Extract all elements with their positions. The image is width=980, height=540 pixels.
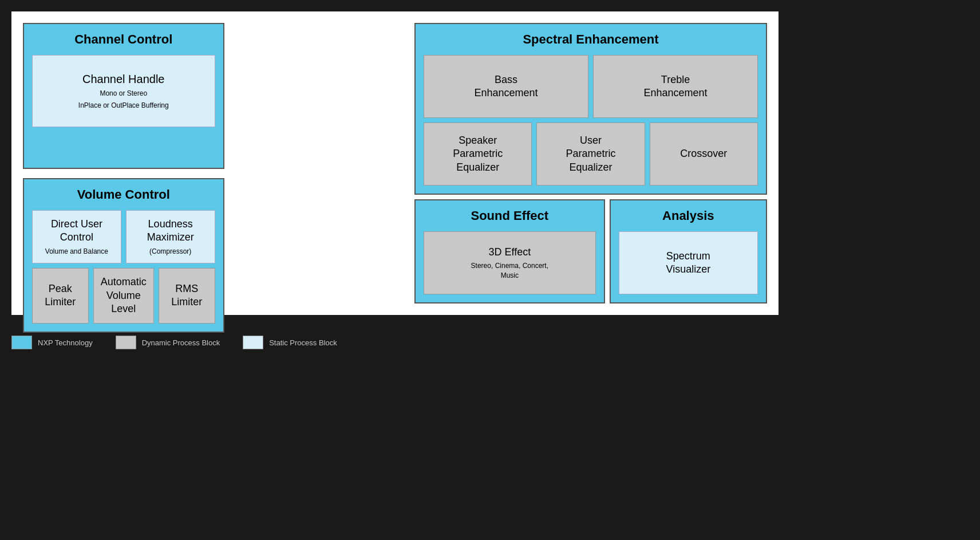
legend-nxp-swatch — [11, 336, 32, 349]
legend-static-swatch — [243, 336, 263, 349]
spectrum-visualizer-text: Spectrum Visualizer — [666, 250, 710, 277]
user-parametric-equalizer-block: User Parametric Equalizer — [536, 123, 645, 186]
three-d-effect-main: 3D Effect — [488, 246, 531, 259]
channel-control-section: Channel Control Channel Handle Mono or S… — [23, 23, 224, 169]
channel-control-title: Channel Control — [32, 32, 215, 47]
automatic-volume-level-block: Automatic Volume Level — [93, 268, 154, 323]
direct-user-control-sub: Volume and Balance — [45, 247, 108, 257]
speaker-parametric-eq-text: Speaker Parametric Equalizer — [453, 134, 503, 174]
spectrum-visualizer-block: Spectrum Visualizer — [619, 231, 758, 294]
direct-user-control-main: Direct User Control — [51, 218, 102, 245]
main-diagram: Channel Control Channel Handle Mono or S… — [11, 11, 779, 315]
volume-control-title: Volume Control — [32, 187, 215, 202]
legend-nxp: NXP Technology — [11, 336, 93, 349]
analysis-section: Analysis Spectrum Visualizer — [610, 199, 767, 303]
rms-limiter-block: RMS Limiter — [159, 268, 215, 323]
legend-static: Static Process Block — [243, 336, 337, 349]
three-d-effect-sub: Stereo, Cinema, Concert, Music — [471, 261, 548, 281]
spectral-grid-top: Bass Enhancement Treble Enhancement — [424, 55, 758, 118]
crossover-text: Crossover — [680, 147, 727, 160]
treble-enhancement-text: Treble Enhancement — [643, 73, 707, 100]
volume-row2: Peak Limiter Automatic Volume Level RMS … — [32, 268, 215, 323]
analysis-title: Analysis — [619, 208, 758, 223]
channel-handle-sub2: InPlace or OutPlace Buffering — [78, 101, 169, 111]
volume-row1: Direct User Control Volume and Balance L… — [32, 210, 215, 264]
bass-enhancement-text: Bass Enhancement — [474, 73, 538, 100]
legend-nxp-label: NXP Technology — [38, 338, 93, 347]
right-column: Spectral Enhancement Bass Enhancement Tr… — [414, 23, 767, 303]
main-content: Channel Control Channel Handle Mono or S… — [23, 23, 767, 303]
spectral-grid-bottom: Speaker Parametric Equalizer User Parame… — [424, 123, 758, 186]
channel-handle-block: Channel Handle Mono or Stereo InPlace or… — [32, 55, 215, 127]
spectral-enhancement-title: Spectral Enhancement — [424, 32, 758, 47]
automatic-volume-level-text: Automatic Volume Level — [101, 275, 147, 316]
rms-limiter-text: RMS Limiter — [171, 282, 202, 309]
speaker-parametric-equalizer-block: Speaker Parametric Equalizer — [424, 123, 532, 186]
channel-handle-sub1: Mono or Stereo — [100, 89, 147, 98]
sound-effect-title: Sound Effect — [424, 208, 596, 223]
loudness-maximizer-sub: (Compressor) — [149, 247, 191, 257]
direct-user-control-block: Direct User Control Volume and Balance — [32, 210, 121, 264]
loudness-maximizer-block: Loudness Maximizer (Compressor) — [126, 210, 215, 264]
bass-enhancement-block: Bass Enhancement — [424, 55, 588, 118]
legend-static-label: Static Process Block — [269, 338, 337, 347]
crossover-block: Crossover — [650, 123, 758, 186]
channel-handle-main: Channel Handle — [82, 72, 164, 86]
legend-dynamic-label: Dynamic Process Block — [142, 338, 220, 347]
spectral-enhancement-section: Spectral Enhancement Bass Enhancement Tr… — [414, 23, 767, 195]
loudness-maximizer-main: Loudness Maximizer — [147, 218, 194, 245]
treble-enhancement-block: Treble Enhancement — [593, 55, 758, 118]
bottom-row-right: Sound Effect 3D Effect Stereo, Cinema, C… — [414, 199, 767, 303]
sound-effect-section: Sound Effect 3D Effect Stereo, Cinema, C… — [414, 199, 605, 303]
left-column: Channel Control Channel Handle Mono or S… — [23, 23, 410, 303]
legend-dynamic: Dynamic Process Block — [116, 336, 220, 349]
three-d-effect-block: 3D Effect Stereo, Cinema, Concert, Music — [424, 231, 596, 294]
volume-control-section: Volume Control Direct User Control Volum… — [23, 178, 224, 333]
peak-limiter-block: Peak Limiter — [32, 268, 89, 323]
legend-dynamic-swatch — [116, 336, 136, 349]
peak-limiter-text: Peak Limiter — [45, 282, 76, 309]
user-parametric-eq-text: User Parametric Equalizer — [566, 134, 615, 174]
